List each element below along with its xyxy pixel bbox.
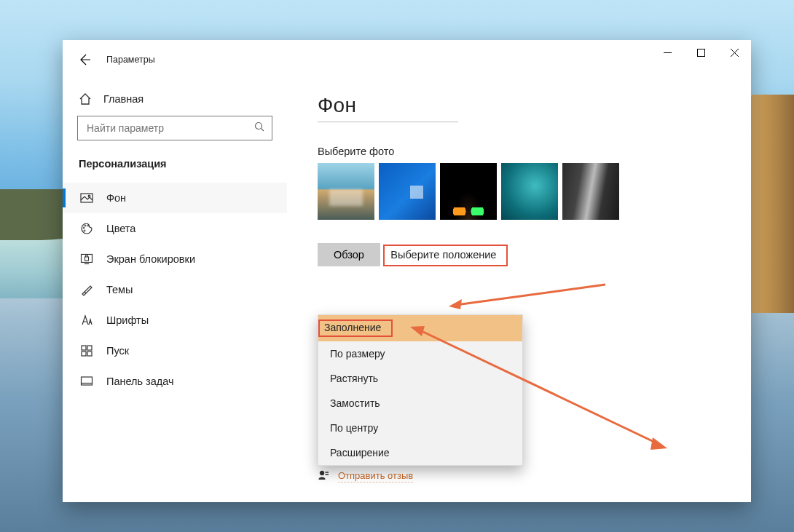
back-button[interactable] [77, 52, 92, 67]
home-link[interactable]: Главная [77, 85, 287, 116]
svg-rect-8 [82, 255, 93, 263]
svg-rect-12 [82, 352, 86, 356]
font-icon [80, 314, 93, 327]
fit-option-label: Замостить [330, 397, 380, 409]
sidebar-item-colors[interactable]: Цвета [63, 213, 287, 244]
svg-marker-16 [650, 437, 667, 450]
lockscreen-icon [80, 253, 93, 266]
svg-point-5 [84, 225, 86, 226]
sidebar-item-background[interactable]: Фон [63, 183, 287, 213]
main-content: Фон Выберите фото Обзор Выберите положен… [296, 74, 751, 502]
sidebar-item-label: Панель задач [106, 376, 174, 387]
minimize-button[interactable] [650, 41, 684, 63]
sidebar-item-themes[interactable]: Темы [63, 274, 287, 305]
window-titlebar [650, 40, 751, 65]
svg-rect-11 [87, 346, 92, 350]
fit-dropdown[interactable]: Заполнение По размеру Растянуть Замостит… [318, 314, 523, 466]
wallpaper-thumbnails [318, 163, 751, 220]
fit-option-tile[interactable]: Замостить [318, 391, 522, 416]
sidebar-item-label: Пуск [106, 345, 129, 357]
nav-list: Фон Цвета Экран блокировки [63, 183, 287, 397]
palette-icon [80, 222, 93, 235]
svg-marker-15 [449, 299, 462, 309]
window-header: Параметры [63, 40, 751, 69]
maximize-button[interactable] [684, 41, 718, 63]
svg-point-7 [84, 230, 85, 231]
fit-option-center[interactable]: По центру [318, 416, 522, 440]
wallpaper-thumb-5[interactable] [562, 163, 619, 220]
sidebar-item-label: Экран блокировки [106, 253, 195, 265]
wallpaper-thumb-4[interactable] [501, 163, 558, 220]
image-icon [80, 191, 93, 205]
fit-option-label: Заполнение [318, 319, 393, 337]
svg-rect-9 [85, 257, 89, 261]
sidebar-item-lockscreen[interactable]: Экран блокировки [63, 244, 287, 274]
sidebar-item-label: Цвета [106, 223, 135, 234]
svg-rect-0 [697, 49, 704, 56]
search-icon [254, 122, 264, 135]
fit-option-stretch[interactable]: Растянуть [318, 366, 522, 391]
fit-option-label: Растянуть [330, 373, 378, 384]
svg-rect-10 [82, 346, 86, 350]
start-icon [80, 344, 93, 357]
sidebar-item-label: Темы [106, 284, 133, 295]
wallpaper-thumb-1[interactable] [318, 163, 374, 220]
window-title: Параметры [106, 55, 155, 65]
sidebar-item-taskbar[interactable]: Панель задач [63, 366, 287, 397]
page-title: Фон [318, 94, 458, 122]
sidebar-item-fonts[interactable]: Шрифты [63, 305, 287, 336]
settings-window: Параметры Главная Персонализация [63, 40, 751, 502]
give-feedback-label: Отправить отзыв [338, 470, 413, 483]
sidebar-item-label: Шрифты [106, 314, 149, 326]
svg-point-4 [83, 227, 84, 229]
fit-option-label: Расширение [330, 447, 390, 458]
home-label: Главная [103, 93, 144, 105]
sidebar: Главная Персонализация Фон [63, 74, 296, 502]
choose-photo-label: Выберите фото [318, 146, 751, 157]
choose-fit-label: Выберите положение [383, 245, 508, 266]
svg-rect-13 [87, 352, 92, 356]
wallpaper-thumb-3[interactable] [440, 163, 497, 220]
search-box[interactable] [77, 116, 272, 140]
fit-option-fit[interactable]: По размеру [318, 341, 522, 366]
wallpaper-thumb-2[interactable] [379, 163, 436, 220]
desktop-wallpaper: Параметры Главная Персонализация [0, 0, 794, 532]
home-icon [79, 92, 92, 106]
close-button[interactable] [718, 41, 751, 63]
fit-option-label: По центру [330, 422, 378, 434]
sidebar-item-start[interactable]: Пуск [63, 336, 287, 366]
svg-point-19 [320, 471, 323, 475]
svg-point-3 [88, 195, 90, 197]
svg-rect-14 [82, 377, 93, 385]
fit-option-label: По размеру [330, 348, 385, 360]
fit-option-fill[interactable]: Заполнение [318, 315, 522, 341]
svg-point-1 [256, 123, 262, 130]
feedback-icon [318, 469, 329, 483]
taskbar-icon [80, 375, 93, 388]
search-input[interactable] [87, 122, 254, 134]
svg-point-6 [87, 225, 89, 226]
browse-button[interactable]: Обзор [318, 243, 380, 266]
give-feedback-link[interactable]: Отправить отзыв [318, 469, 417, 483]
brush-icon [80, 283, 93, 296]
sidebar-item-label: Фон [106, 192, 126, 204]
fit-option-span[interactable]: Расширение [318, 440, 522, 465]
category-title: Персонализация [79, 158, 287, 170]
